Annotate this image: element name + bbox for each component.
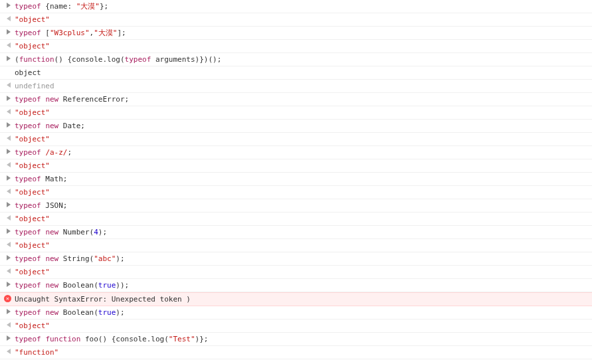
console-text: "object" [15,108,50,118]
console-text: object [15,68,41,78]
console-input-row[interactable]: (function() {console.log(typeof argument… [0,53,592,66]
console-input-row[interactable]: typeof /a-z/; [0,146,592,159]
console-text: typeof {name: "大漠"}; [15,1,108,11]
output-chevron-icon [5,188,12,195]
output-chevron-icon [5,215,12,221]
output-chevron-icon [5,321,12,328]
console-output-row[interactable]: "object" [0,319,592,333]
output-chevron-icon [5,348,12,355]
console-input-row[interactable]: typeof new Boolean(true); [0,306,592,319]
console-text: Uncaught SyntaxError: Unexpected token ) [15,294,191,304]
output-chevron-icon [5,268,12,274]
error-icon [4,295,11,302]
console-log-row[interactable]: object [0,66,592,80]
output-chevron-icon [5,135,12,141]
console-error-row[interactable]: Uncaught SyntaxError: Unexpected token ) [0,292,592,306]
console-output-row[interactable]: undefined [0,80,592,93]
output-chevron-icon [5,108,12,115]
console-output-row[interactable]: "object" [0,159,592,173]
input-chevron-icon [5,122,12,128]
output-chevron-icon [5,42,12,48]
output-chevron-icon [5,161,12,168]
console-output-row[interactable]: "object" [0,106,592,120]
console-input-row[interactable]: typeof JSON; [0,199,592,213]
console-text: "object" [15,41,50,51]
console-input-row[interactable]: typeof Math; [0,173,592,186]
output-chevron-icon [5,82,12,88]
input-chevron-icon [5,281,12,288]
console-output-row[interactable]: "object" [0,133,592,146]
input-chevron-icon [5,55,12,62]
input-chevron-icon [5,95,12,102]
console-output-row[interactable]: "object" [0,213,592,226]
input-chevron-icon [5,148,12,155]
console-text: "function" [15,347,58,357]
console-text: typeof new Number(4); [15,227,107,237]
console-text: typeof new String("abc"); [15,254,125,264]
input-chevron-icon [5,2,12,9]
console-output-row[interactable]: "object" [0,186,592,199]
devtools-console[interactable]: typeof {name: "大漠"};"object"typeof ["W3c… [0,0,592,359]
input-chevron-icon [5,335,12,341]
console-text: "object" [15,161,50,171]
console-text: "object" [15,134,50,144]
console-text: typeof Math; [15,174,68,184]
console-text: typeof /a-z/; [15,147,72,157]
console-text: "object" [15,214,50,224]
console-input-row[interactable]: typeof function foo() {console.log("Test… [0,333,592,346]
console-output-row[interactable]: "function" [0,346,592,359]
console-input-row[interactable]: typeof new Number(4); [0,226,592,239]
console-text: "object" [15,321,50,331]
console-text: typeof new Date; [15,121,85,131]
input-chevron-icon [5,29,12,35]
console-input-row[interactable]: typeof new Date; [0,120,592,133]
console-output-row[interactable]: "object" [0,40,592,53]
console-text: typeof ["W3cplus","大漠"]; [15,28,126,38]
console-input-row[interactable]: typeof new String("abc"); [0,252,592,266]
console-text: typeof new Boolean(true); [15,308,125,318]
console-text: typeof JSON; [15,201,68,211]
console-input-row[interactable]: typeof new ReferenceError; [0,93,592,106]
console-text: typeof new Boolean(true)); [15,280,129,290]
input-chevron-icon [5,254,12,261]
input-chevron-icon [5,175,12,181]
input-chevron-icon [5,228,12,234]
console-text: "object" [15,240,50,250]
input-chevron-icon [5,201,12,208]
console-text: "object" [15,187,50,197]
console-output-row[interactable]: "object" [0,13,592,27]
output-chevron-icon [5,15,12,22]
console-input-row[interactable]: typeof new Boolean(true)); [0,279,592,292]
console-text: undefined [15,81,54,91]
console-text: (function() {console.log(typeof argument… [15,54,221,64]
console-input-row[interactable]: typeof {name: "大漠"}; [0,0,592,13]
output-chevron-icon [5,241,12,248]
log-marker [5,68,12,75]
console-text: "object" [15,267,50,277]
input-chevron-icon [5,308,12,315]
console-output-row[interactable]: "object" [0,266,592,279]
console-text: typeof new ReferenceError; [15,94,129,104]
console-text: typeof function foo() {console.log("Test… [15,334,208,344]
console-text: "object" [15,15,50,25]
console-output-row[interactable]: "object" [0,239,592,252]
console-input-row[interactable]: typeof ["W3cplus","大漠"]; [0,27,592,40]
